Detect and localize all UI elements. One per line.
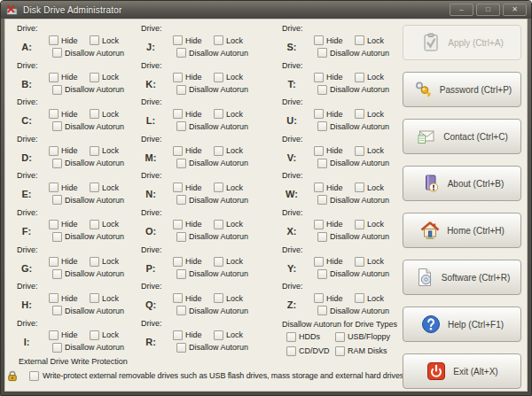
drive-letter-p: P:	[141, 263, 160, 274]
about-button[interactable]: About (Ctrl+B)	[403, 166, 521, 201]
drive-i-lock-checkbox[interactable]: Lock	[90, 330, 119, 340]
drive-e-autorun-checkbox[interactable]: Disallow Autorun	[52, 195, 124, 205]
drive-y-hide-checkbox[interactable]: Hide	[314, 257, 355, 267]
drive-l-autorun-checkbox[interactable]: Disallow Autorun	[176, 121, 248, 131]
drive-o-lock-checkbox[interactable]: Lock	[214, 220, 243, 229]
drive-v-autorun-checkbox[interactable]: Disallow Autorun	[317, 159, 389, 168]
drive-g-lock-checkbox[interactable]: Lock	[90, 257, 119, 267]
drive-i-autorun-checkbox[interactable]: Disallow Autorun	[52, 343, 124, 353]
checkbox-box	[90, 73, 99, 82]
drive-k-lock-checkbox[interactable]: Lock	[214, 73, 243, 82]
drive-p-autorun-checkbox[interactable]: Disallow Autorun	[176, 269, 248, 279]
drive-u-lock-checkbox[interactable]: Lock	[355, 109, 384, 119]
button-label: About (Ctrl+B)	[448, 179, 505, 189]
contact-button[interactable]: Contact (Ctrl+C)	[403, 119, 521, 154]
drive-g-hide-checkbox[interactable]: Hide	[49, 257, 90, 267]
drive-z-lock-checkbox[interactable]: Lock	[355, 293, 384, 303]
minimize-button[interactable]: –	[450, 4, 473, 16]
drive-caption: Drive:	[17, 282, 137, 291]
drive-b-autorun-checkbox[interactable]: Disallow Autorun	[52, 85, 124, 95]
drive-type-cd-dvd-checkbox[interactable]: CD/DVD	[286, 346, 335, 356]
drive-s-hide-checkbox[interactable]: Hide	[314, 35, 355, 45]
drive-i-hide-checkbox[interactable]: Hide	[49, 330, 90, 340]
drive-h-hide-checkbox[interactable]: Hide	[49, 293, 90, 303]
write-protect-checkbox[interactable]: Write-protect external removable drives …	[29, 371, 403, 381]
drive-f-lock-checkbox[interactable]: Lock	[90, 220, 119, 229]
drive-g-autorun-checkbox[interactable]: Disallow Autorun	[52, 269, 124, 279]
drive-q-lock-checkbox[interactable]: Lock	[214, 293, 243, 303]
drive-w-lock-checkbox[interactable]: Lock	[355, 182, 384, 192]
drive-m-autorun-checkbox[interactable]: Disallow Autorun	[176, 159, 248, 168]
drive-t-hide-checkbox[interactable]: Hide	[314, 73, 355, 82]
drive-type-hdds-checkbox[interactable]: HDDs	[286, 332, 335, 342]
checkbox-label: Disallow Autorun	[330, 232, 389, 241]
drive-block-n: Drive:N:HideLockDisallow Autorun	[141, 171, 262, 208]
drive-x-lock-checkbox[interactable]: Lock	[355, 220, 384, 229]
drive-x-hide-checkbox[interactable]: Hide	[314, 220, 355, 229]
drive-type-usb-floppy-checkbox[interactable]: USB/Floppy	[335, 332, 390, 342]
drive-type-ram-disks-checkbox[interactable]: RAM Disks	[335, 346, 390, 356]
drive-z-hide-checkbox[interactable]: Hide	[314, 293, 355, 303]
drive-e-lock-checkbox[interactable]: Lock	[90, 182, 119, 192]
drive-m-lock-checkbox[interactable]: Lock	[214, 146, 243, 156]
drive-u-autorun-checkbox[interactable]: Disallow Autorun	[317, 121, 389, 131]
drive-h-lock-checkbox[interactable]: Lock	[90, 293, 119, 303]
software-button[interactable]: Software (Ctrl+R)	[403, 260, 521, 295]
drive-s-lock-checkbox[interactable]: Lock	[355, 35, 384, 45]
drive-c-autorun-checkbox[interactable]: Disallow Autorun	[52, 121, 124, 131]
drive-j-lock-checkbox[interactable]: Lock	[214, 35, 243, 45]
drive-v-hide-checkbox[interactable]: Hide	[314, 146, 355, 156]
drive-f-autorun-checkbox[interactable]: Disallow Autorun	[52, 232, 124, 242]
drive-t-lock-checkbox[interactable]: Lock	[355, 73, 384, 82]
drive-a-lock-checkbox[interactable]: Lock	[90, 35, 119, 45]
drive-n-autorun-checkbox[interactable]: Disallow Autorun	[176, 195, 248, 205]
drive-m-hide-checkbox[interactable]: Hide	[173, 146, 214, 156]
drive-p-hide-checkbox[interactable]: Hide	[173, 257, 214, 267]
drive-a-hide-checkbox[interactable]: Hide	[49, 35, 90, 45]
drive-p-lock-checkbox[interactable]: Lock	[214, 257, 243, 267]
maximize-button[interactable]: □	[476, 4, 500, 16]
drive-b-hide-checkbox[interactable]: Hide	[49, 73, 90, 82]
drive-j-hide-checkbox[interactable]: Hide	[173, 35, 214, 45]
drive-e-hide-checkbox[interactable]: Hide	[49, 182, 90, 192]
drive-o-autorun-checkbox[interactable]: Disallow Autorun	[176, 232, 248, 242]
password-button[interactable]: Password (Ctrl+P)	[403, 72, 521, 107]
drive-k-autorun-checkbox[interactable]: Disallow Autorun	[176, 85, 248, 95]
drive-w-autorun-checkbox[interactable]: Disallow Autorun	[317, 195, 389, 205]
drive-r-hide-checkbox[interactable]: Hide	[173, 330, 214, 340]
drive-r-autorun-checkbox[interactable]: Disallow Autorun	[176, 343, 248, 353]
drive-n-lock-checkbox[interactable]: Lock	[214, 182, 243, 192]
apply-button[interactable]: Apply (Ctrl+A)	[403, 25, 521, 60]
close-button[interactable]: ✕	[503, 4, 527, 16]
drive-k-hide-checkbox[interactable]: Hide	[173, 73, 214, 82]
drive-c-hide-checkbox[interactable]: Hide	[49, 109, 90, 119]
drive-t-autorun-checkbox[interactable]: Disallow Autorun	[317, 85, 389, 95]
drive-x-autorun-checkbox[interactable]: Disallow Autorun	[317, 232, 389, 242]
drive-z-autorun-checkbox[interactable]: Disallow Autorun	[317, 306, 389, 315]
drive-f-hide-checkbox[interactable]: Hide	[49, 220, 90, 229]
drive-l-lock-checkbox[interactable]: Lock	[214, 109, 243, 119]
drive-r-lock-checkbox[interactable]: Lock	[214, 330, 243, 340]
home-button[interactable]: Home (Ctrl+H)	[403, 213, 521, 248]
drive-o-hide-checkbox[interactable]: Hide	[173, 220, 214, 229]
drive-d-hide-checkbox[interactable]: Hide	[49, 146, 90, 156]
drive-l-hide-checkbox[interactable]: Hide	[173, 109, 214, 119]
drive-v-lock-checkbox[interactable]: Lock	[355, 146, 384, 156]
drive-u-hide-checkbox[interactable]: Hide	[314, 109, 355, 119]
drive-d-autorun-checkbox[interactable]: Disallow Autorun	[52, 159, 124, 168]
drive-y-autorun-checkbox[interactable]: Disallow Autorun	[317, 269, 389, 279]
drive-a-autorun-checkbox[interactable]: Disallow Autorun	[52, 48, 124, 58]
exit-button[interactable]: Exit (Alt+X)	[403, 353, 521, 389]
drive-h-autorun-checkbox[interactable]: Disallow Autorun	[52, 306, 124, 315]
drive-d-lock-checkbox[interactable]: Lock	[90, 146, 119, 156]
drive-c-lock-checkbox[interactable]: Lock	[90, 109, 119, 119]
help-button[interactable]: Help (Ctrl+F1)	[403, 307, 521, 342]
drive-y-lock-checkbox[interactable]: Lock	[355, 257, 384, 267]
drive-s-autorun-checkbox[interactable]: Disallow Autorun	[317, 48, 389, 58]
drive-b-lock-checkbox[interactable]: Lock	[90, 73, 119, 82]
drive-q-hide-checkbox[interactable]: Hide	[173, 293, 214, 303]
drive-q-autorun-checkbox[interactable]: Disallow Autorun	[176, 306, 248, 315]
drive-n-hide-checkbox[interactable]: Hide	[173, 182, 214, 192]
drive-w-hide-checkbox[interactable]: Hide	[314, 182, 355, 192]
drive-j-autorun-checkbox[interactable]: Disallow Autorun	[176, 48, 248, 58]
